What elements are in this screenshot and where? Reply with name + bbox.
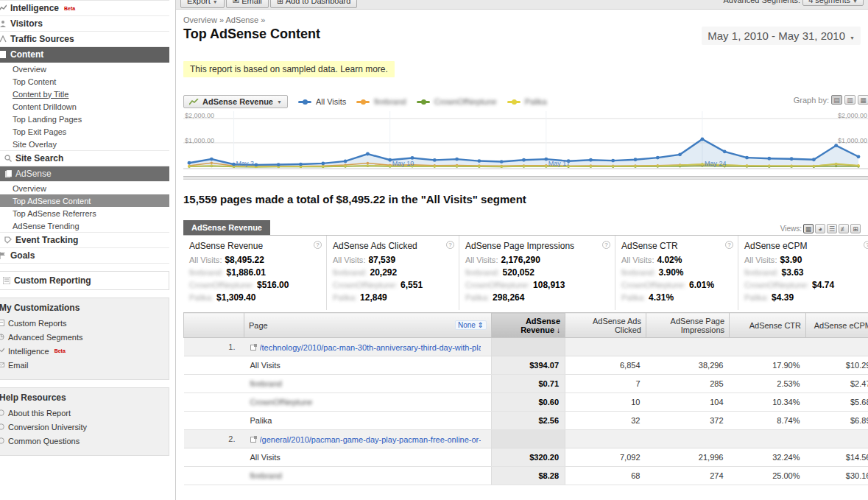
sidebar-item-content-drilldown[interactable]: Content Drilldown [0,100,169,113]
sidebar-item-top-adsense-referrers[interactable]: Top AdSense Referrers [0,207,169,219]
page-url-link[interactable]: /general/2010/pacman-game-day-play-pacma… [260,435,481,444]
advanced-segments-select[interactable]: 4 segments ▼ [802,0,864,6]
column-header-ecpm[interactable]: AdSense eCPM [806,313,868,338]
dashboard-icon: ⊞ [277,0,283,5]
metric-box-ctr: AdSense CTR ? All Visits4.02% firebrand3… [615,236,738,310]
advanced-segments-label: Advanced Segments: [723,0,800,4]
svg-text:May 24: May 24 [705,160,727,167]
chart-timeline-strip[interactable] [183,176,868,180]
sidebar-item-top-landing-pages[interactable]: Top Landing Pages [0,113,169,125]
graph-by-month-button[interactable]: ▦ [858,95,868,105]
graph-by-day-button[interactable]: ▤ [831,95,842,105]
sidebar-item-conversion-university[interactable]: Conversion University [0,420,163,434]
sidebar-item-overview[interactable]: Overview [0,63,169,75]
revenue-cell: $0.71 [492,375,565,393]
segment-row: All Visits $394.07 6,854 38,296 17.90% $… [184,356,868,375]
column-header-ads-clicked[interactable]: AdSense Ads Clicked [565,313,646,338]
series-swatch [417,101,430,103]
sidebar-item-common-questions[interactable]: Common Questions [0,434,163,448]
breadcrumb[interactable]: Overview » AdSense » [183,15,868,24]
revenue-cell: $320.20 [492,448,565,467]
intelligence-icon [0,348,4,354]
help-icon [0,423,4,430]
chevron-down-icon: ▼ [853,0,858,4]
sidebar-item-goals[interactable]: Goals [0,248,169,264]
help-icon[interactable]: ? [314,241,322,249]
sidebar-item-custom-reporting[interactable]: Custom Reporting [0,271,169,290]
chevron-down-icon: ▼ [850,35,855,41]
legend-item-palika[interactable]: Palika [507,97,547,106]
view-percentage-button[interactable]: ◕ [815,224,825,233]
beta-badge: Beta [64,6,75,11]
row-number: 1. [184,338,244,356]
revenue-trend-chart[interactable]: May 3May 10May 17May 24 $2,000.00 $2,000… [183,111,868,176]
column-header-ctr[interactable]: AdSense CTR [730,313,806,338]
sidebar-item-content-by-title[interactable]: Content by Title [0,88,169,100]
sidebar-item-content[interactable]: Content [0,47,169,63]
spinner-icon: ⇕ [478,321,484,329]
line-chart-icon [189,99,199,105]
my-customizations-panel: My Customizations Custom Reports Advance… [0,297,169,380]
email-button[interactable]: ✉ Email [226,0,269,8]
legend-item-firebrand[interactable]: firebrand [356,97,406,106]
sidebar-item-visitors[interactable]: Visitors [0,16,169,32]
sidebar-item-top-content[interactable]: Top Content [0,75,169,88]
my-customizations-title: My Customizations [0,303,163,313]
metric-box-ecpm: AdSense eCPM ? All Visits$3.90 firebrand… [738,236,868,310]
help-icon[interactable]: ? [446,241,454,249]
legend-item-crownofneptune[interactable]: CrownOfNeptune [417,97,497,106]
person-icon [0,20,7,27]
sidebar-item-site-overlay[interactable]: Site Overlay [0,138,169,150]
svg-text:May 17: May 17 [548,160,571,167]
sidebar-item-traffic-sources[interactable]: Traffic Sources [0,32,169,47]
segment-name: firebrand [244,467,492,485]
page-icon [0,51,7,58]
svg-text:May 3: May 3 [236,160,255,167]
sidebar-item-event-tracking[interactable]: Event Tracking [0,232,169,248]
sidebar-item-adsense[interactable]: AdSense [0,166,169,182]
page-filter-select[interactable]: None ⇕ [455,320,487,330]
revenue-cell: $0.60 [492,393,565,412]
sidebar-item-email[interactable]: Email [0,358,163,372]
sidebar-item-adsense-overview[interactable]: Overview [0,182,169,194]
sidebar-item-top-adsense-content[interactable]: Top AdSense Content [0,194,169,207]
revenue-cell: $2.56 [492,412,565,430]
add-to-dashboard-button[interactable]: ⊞ Add to Dashboard [270,0,357,8]
view-performance-button[interactable]: ☰ [827,224,837,233]
sidebar-item-custom-reports[interactable]: Custom Reports [0,316,163,330]
chart-canvas: May 3May 10May 17May 24 [183,111,868,172]
view-pivot-button[interactable]: ⊞ [850,224,861,233]
sidebar-item-site-search[interactable]: Site Search [0,150,169,166]
sidebar-item-intelligence-custom[interactable]: IntelligenceBeta [0,344,163,358]
view-table-button[interactable]: ▦ [803,224,814,233]
legend-item-all-visits[interactable]: All Visits [298,97,346,106]
segment-name: All Visits [244,356,492,375]
sidebar-item-about-this-report[interactable]: About this Report [0,406,163,420]
sidebar-item-adsense-trending[interactable]: AdSense Trending [0,219,169,232]
page-url-link[interactable]: /technology/2010/pac-man-30th-anniversar… [260,343,481,352]
adsense-icon [4,170,12,177]
help-resources-panel: Help Resources About this Report Convers… [0,387,169,456]
column-header-page[interactable]: Page None ⇕ [244,313,492,338]
y-axis-label: $2,000.00 [838,112,867,119]
column-header-page-impressions[interactable]: AdSense Page Impressions [646,313,730,338]
sidebar-item-top-exit-pages[interactable]: Top Exit Pages [0,125,169,138]
email-icon [0,362,4,368]
export-button[interactable]: Export ▼ [180,0,225,8]
intelligence-icon [0,4,7,12]
graph-by-week-button[interactable]: ▥ [844,95,855,105]
help-icon[interactable]: ? [602,241,610,249]
tab-adsense-revenue[interactable]: AdSense Revenue [183,220,270,235]
chart-metric-selector[interactable]: AdSense Revenue ▼ [183,95,288,108]
help-icon [0,437,4,444]
sidebar-item-advanced-segments[interactable]: Advanced Segments [0,330,163,344]
view-comparison-button[interactable]: ≢ [839,224,849,233]
date-range-selector[interactable]: May 1, 2010 - May 31, 2010▼ [702,27,861,45]
page-url-row: 1. /technology/2010/pac-man-30th-anniver… [184,338,868,356]
help-icon[interactable]: ? [725,241,733,249]
column-header-revenue[interactable]: AdSense Revenue↓ [492,313,565,338]
analytics-page: IntelligenceBeta Visitors Traffic Source… [0,0,868,500]
learn-more-link[interactable]: Learn more. [340,64,388,74]
sidebar-item-intelligence[interactable]: IntelligenceBeta [0,1,169,16]
help-icon[interactable]: ? [864,241,868,249]
